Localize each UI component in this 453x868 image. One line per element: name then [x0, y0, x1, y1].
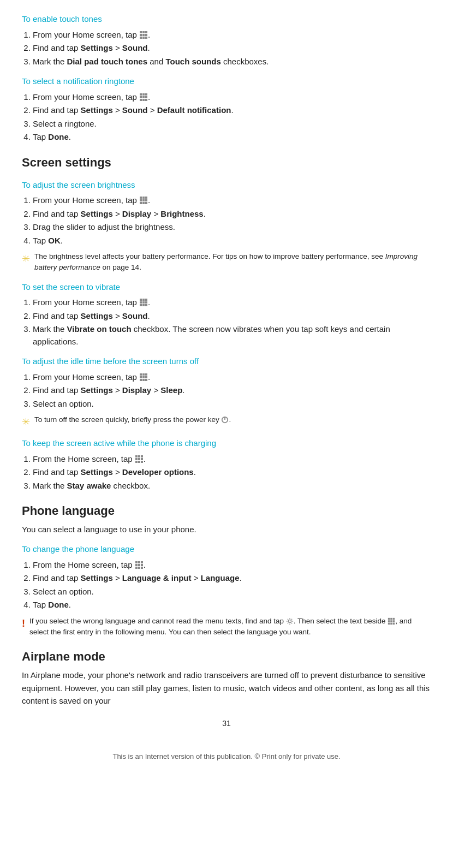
note-brightness: ✳ The brightness level affects your batt… — [22, 251, 431, 274]
step-item: Mark the Vibrate on touch checkbox. The … — [33, 323, 431, 348]
step-item: From your Home screen, tap . — [33, 296, 431, 309]
step-item: Select an option. — [33, 398, 431, 411]
note-sun-icon: ✳ — [22, 252, 30, 266]
heading-enable-touch-tones: To enable touch tones — [22, 13, 431, 26]
step-item: Find and tap Settings > Sound. — [33, 310, 431, 323]
section-screen-vibrate: To set the screen to vibrate From your H… — [22, 281, 431, 348]
section-enable-touch-tones: To enable touch tones From your Home scr… — [22, 13, 431, 68]
steps-screen-brightness: From your Home screen, tap . Find and ta… — [33, 194, 431, 247]
step-item: From the Home screen, tap . — [33, 559, 431, 572]
grid-icon — [135, 455, 144, 463]
step-item: Find and tap Settings > Sound > Default … — [33, 104, 431, 117]
section-screen-brightness: To adjust the screen brightness From you… — [22, 179, 431, 274]
phone-language-body: You can select a language to use in your… — [22, 523, 431, 536]
big-heading-phone-language: Phone language — [22, 502, 431, 520]
note-brightness-text: The brightness level affects your batter… — [34, 251, 431, 274]
heading-screen-brightness: To adjust the screen brightness — [22, 179, 431, 192]
step-item: Select a ringtone. — [33, 118, 431, 130]
step-item: From your Home screen, tap . — [33, 91, 431, 104]
grid-icon — [139, 93, 148, 102]
steps-change-language: From the Home screen, tap . Find and tap… — [33, 559, 431, 611]
step-item: Tap OK. — [33, 235, 431, 247]
big-heading-screen-settings: Screen settings — [22, 153, 431, 171]
page-footer: This is an Internet version of this publ… — [22, 751, 431, 762]
steps-screen-vibrate: From your Home screen, tap . Find and ta… — [33, 296, 431, 348]
grid-icon — [139, 196, 148, 205]
step-item: Drag the slider to adjust the brightness… — [33, 221, 431, 234]
warning-language: ! If you select the wrong language and c… — [22, 616, 431, 638]
heading-idle-time: To adjust the idle time before the scree… — [22, 355, 431, 368]
step-item: From your Home screen, tap . — [33, 371, 431, 384]
step-item: Find and tap Settings > Developer option… — [33, 466, 431, 479]
heading-screen-vibrate: To set the screen to vibrate — [22, 281, 431, 294]
warning-language-text: If you select the wrong language and can… — [29, 616, 431, 638]
power-icon — [221, 416, 229, 424]
heading-notification-ringtone: To select a notification ringtone — [22, 75, 431, 88]
step-item: From your Home screen, tap . — [33, 194, 431, 207]
note-idle-time: ✳ To turn off the screen quickly, briefl… — [22, 414, 431, 430]
page-number: 31 — [22, 718, 431, 729]
step-item: Find and tap Settings > Display > Bright… — [33, 208, 431, 221]
page-content: To enable touch tones From your Home scr… — [22, 13, 431, 762]
heading-screen-charging: To keep the screen active while the phon… — [22, 437, 431, 450]
step-item: From your Home screen, tap . — [33, 29, 431, 41]
big-heading-airplane-mode: Airplane mode — [22, 647, 431, 665]
step-item: Select an option. — [33, 586, 431, 598]
steps-enable-touch-tones: From your Home screen, tap . Find and ta… — [33, 29, 431, 68]
step-item: Find and tap Settings > Display > Sleep. — [33, 384, 431, 397]
section-screen-charging: To keep the screen active while the phon… — [22, 437, 431, 492]
grid-icon — [139, 373, 148, 382]
section-change-language: To change the phone language From the Ho… — [22, 543, 431, 638]
step-item: Find and tap Settings > Sound. — [33, 42, 431, 55]
airplane-mode-body: In Airplane mode, your phone's network a… — [22, 669, 431, 707]
grid-icon — [139, 31, 148, 39]
note-idle-text: To turn off the screen quickly, briefly … — [34, 414, 231, 425]
step-item: Tap Done. — [33, 131, 431, 144]
steps-notification-ringtone: From your Home screen, tap . Find and ta… — [33, 91, 431, 144]
step-item: Mark the Dial pad touch tones and Touch … — [33, 56, 431, 68]
heading-change-language: To change the phone language — [22, 543, 431, 556]
warning-icon: ! — [22, 616, 25, 631]
steps-screen-charging: From the Home screen, tap . Find and tap… — [33, 453, 431, 492]
section-notification-ringtone: To select a notification ringtone From y… — [22, 75, 431, 144]
step-item: Mark the Stay awake checkbox. — [33, 480, 431, 492]
grid-icon — [388, 617, 395, 625]
step-item: Tap Done. — [33, 599, 431, 611]
settings-icon — [286, 617, 294, 625]
grid-icon — [135, 561, 144, 569]
step-item: Find and tap Settings > Language & input… — [33, 572, 431, 585]
section-idle-time: To adjust the idle time before the scree… — [22, 355, 431, 430]
step-item: From the Home screen, tap . — [33, 453, 431, 466]
steps-idle-time: From your Home screen, tap . Find and ta… — [33, 371, 431, 411]
grid-icon — [139, 298, 148, 307]
note-sun-icon2: ✳ — [22, 415, 30, 430]
